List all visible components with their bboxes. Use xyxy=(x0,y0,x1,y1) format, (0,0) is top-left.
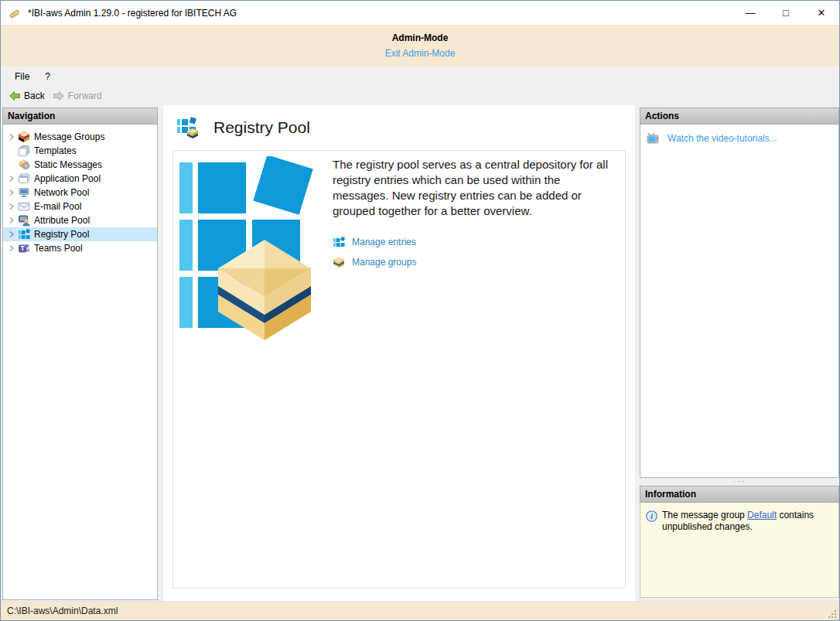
information-message: The message group Default contains unpub… xyxy=(662,510,833,590)
menu-bar: File ? xyxy=(1,67,839,86)
forward-arrow-icon xyxy=(53,90,65,102)
chevron-right-icon[interactable] xyxy=(5,134,18,140)
forward-label: Forward xyxy=(68,90,102,101)
nav-item-label: Static Messages xyxy=(34,158,102,172)
app-window: *IBI-aws Admin 1.29.0 - registered for I… xyxy=(0,0,840,621)
nav-item-label: Attribute Pool xyxy=(34,213,90,227)
admin-mode-banner: Admin-Mode Exit Admin-Mode xyxy=(1,25,839,67)
content-panel: Registry Pool xyxy=(163,105,635,602)
chevron-right-icon[interactable] xyxy=(5,217,18,223)
exit-admin-mode-link[interactable]: Exit Admin-Mode xyxy=(385,48,456,59)
information-header: Information xyxy=(640,486,839,503)
nav-item-label: Message Groups xyxy=(34,130,104,144)
teams-pool-icon: T xyxy=(18,242,30,254)
actions-panel: Actions Watch the video-tutorials... xyxy=(640,107,839,478)
back-button[interactable]: Back xyxy=(7,88,51,104)
application-pool-icon xyxy=(18,172,30,185)
watch-video-tutorials-link[interactable]: Watch the video-tutorials... xyxy=(640,125,838,152)
toolbar: Back Forward xyxy=(1,86,839,105)
manage-groups-link[interactable]: Manage groups xyxy=(333,256,416,268)
attribute-pool-icon xyxy=(18,214,30,227)
registry-pool-illustration xyxy=(179,156,334,342)
nav-item-attribute-pool[interactable]: Attribute Pool xyxy=(3,213,157,227)
content-links: Manage entries Manage groups xyxy=(333,228,416,268)
nav-item-label: Teams Pool xyxy=(34,241,83,255)
chevron-right-icon[interactable] xyxy=(5,245,18,251)
info-icon: i xyxy=(646,510,657,522)
navigation-panel: Navigation Message Groups xyxy=(2,107,158,600)
chevron-right-icon[interactable] xyxy=(5,189,18,196)
app-logo-icon xyxy=(8,6,22,20)
chevron-right-icon[interactable] xyxy=(5,176,18,182)
close-button[interactable]: ✕ xyxy=(804,1,839,25)
registry-pool-icon xyxy=(176,115,200,140)
nav-item-email-pool[interactable]: E-mail Pool xyxy=(3,200,157,213)
manage-groups-label: Manage groups xyxy=(352,257,416,268)
menu-help[interactable]: ? xyxy=(37,69,58,84)
nav-item-label: Application Pool xyxy=(34,172,101,186)
main-area: Navigation Message Groups xyxy=(1,105,839,601)
nav-item-static-messages[interactable]: Static Messages xyxy=(3,158,157,172)
static-messages-icon xyxy=(18,159,30,171)
admin-mode-title: Admin-Mode xyxy=(1,32,839,43)
data-file-path: C:\IBI-aws\Admin\Data.xml xyxy=(7,606,118,616)
message-groups-icon xyxy=(18,131,30,143)
nav-item-application-pool[interactable]: Application Pool xyxy=(3,172,157,186)
window-title: *IBI-aws Admin 1.29.0 - registered for I… xyxy=(28,8,237,19)
navigation-tree: Message Groups Templates xyxy=(3,125,157,255)
actions-body: Watch the video-tutorials... xyxy=(640,125,839,478)
pool-description: The registry pool serves as a central de… xyxy=(333,157,613,219)
registry-grid-icon xyxy=(333,236,345,248)
nav-item-label: Registry Pool xyxy=(34,227,89,241)
nav-item-label: Network Pool xyxy=(34,186,89,200)
nav-item-network-pool[interactable]: Network Pool xyxy=(3,186,157,200)
watch-video-tutorials-label: Watch the video-tutorials... xyxy=(668,133,777,144)
nav-item-label: Templates xyxy=(34,144,77,158)
information-panel: Information i The message group Default … xyxy=(640,486,839,598)
chevron-right-icon[interactable] xyxy=(5,231,18,237)
forward-button[interactable]: Forward xyxy=(51,88,108,104)
svg-text:T: T xyxy=(20,244,25,252)
network-pool-icon xyxy=(18,186,30,199)
back-label: Back xyxy=(24,90,45,101)
chevron-right-icon[interactable] xyxy=(5,203,18,210)
actions-header: Actions xyxy=(640,107,839,125)
menu-file[interactable]: File xyxy=(7,69,37,84)
nav-item-message-groups[interactable]: Message Groups xyxy=(3,130,157,144)
information-body: i The message group Default contains unp… xyxy=(640,503,839,598)
resize-grip-icon[interactable] xyxy=(828,609,837,619)
panel-splitter[interactable]: ··· xyxy=(640,479,839,486)
manage-entries-label: Manage entries xyxy=(352,237,416,247)
navigation-header: Navigation xyxy=(2,107,158,125)
minimize-button[interactable]: — xyxy=(732,1,768,25)
default-group-link[interactable]: Default xyxy=(747,510,777,520)
maximize-button[interactable]: □ xyxy=(768,1,804,25)
registry-pool-icon xyxy=(18,228,30,241)
svg-text:i: i xyxy=(650,513,653,520)
templates-icon xyxy=(18,145,30,157)
status-bar: C:\IBI-aws\Admin\Data.xml xyxy=(1,601,839,620)
back-arrow-icon xyxy=(9,90,21,102)
group-box-icon xyxy=(333,256,345,268)
page-title: Registry Pool xyxy=(213,118,310,137)
tv-icon xyxy=(647,132,661,145)
content-box: The registry pool serves as a central de… xyxy=(172,150,626,589)
nav-item-templates[interactable]: Templates xyxy=(3,144,157,158)
content-header: Registry Pool xyxy=(163,105,635,148)
title-bar[interactable]: *IBI-aws Admin 1.29.0 - registered for I… xyxy=(1,1,839,25)
nav-item-teams-pool[interactable]: T Teams Pool xyxy=(3,241,157,255)
message-prefix: The message group xyxy=(662,510,747,520)
manage-entries-link[interactable]: Manage entries xyxy=(333,236,416,248)
nav-item-label: E-mail Pool xyxy=(34,200,81,213)
splitter-dots-icon: ··· xyxy=(733,476,746,486)
nav-item-registry-pool[interactable]: Registry Pool xyxy=(3,227,157,241)
email-pool-icon xyxy=(18,200,30,213)
